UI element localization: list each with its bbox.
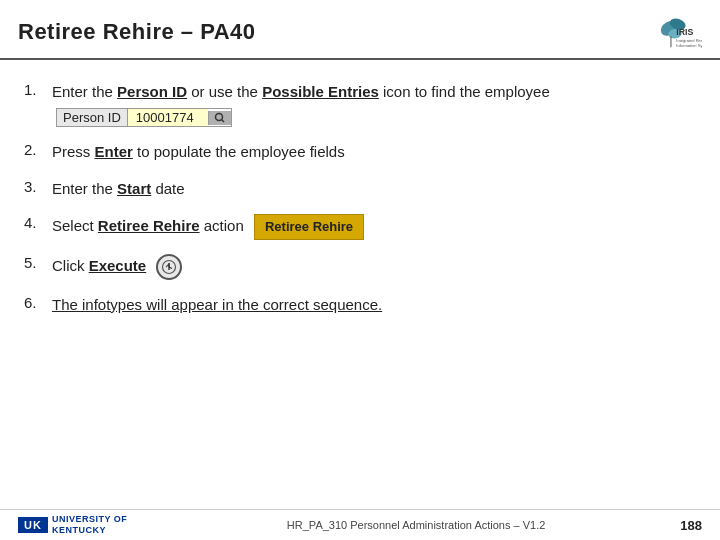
step-5-text: Click Execute bbox=[52, 254, 182, 280]
step-2-text: Press Enter to populate the employee fie… bbox=[52, 141, 345, 164]
person-id-bold: Person ID bbox=[117, 83, 187, 100]
footer-center-text: HR_PA_310 Personnel Administration Actio… bbox=[152, 519, 680, 531]
person-id-search-button[interactable] bbox=[208, 111, 231, 125]
step-6: 6. The infotypes will appear in the corr… bbox=[24, 287, 696, 324]
svg-point-7 bbox=[215, 113, 222, 120]
iris-logo: IRIS Integrated Resource Information Sys… bbox=[648, 12, 702, 52]
step-6-text: The infotypes will appear in the correct… bbox=[52, 294, 382, 317]
step-2: 2. Press Enter to populate the employee … bbox=[24, 134, 696, 171]
step-1-text: Enter the Person ID or use the Possible … bbox=[52, 81, 550, 104]
uk-logo-box: UK bbox=[18, 517, 48, 533]
step-5-number: 5. bbox=[24, 254, 46, 271]
enter-bold: Enter bbox=[95, 143, 133, 160]
person-id-label: Person ID bbox=[57, 109, 128, 126]
footer-logo: UK UNIVERSITY OF KENTUCKY bbox=[18, 514, 152, 536]
main-content: 1. Enter the Person ID or use the Possib… bbox=[0, 64, 720, 509]
possible-entries-bold: Possible Entries bbox=[262, 83, 379, 100]
step-3-number: 3. bbox=[24, 178, 46, 195]
svg-line-8 bbox=[221, 119, 224, 122]
person-id-field-wrapper: Person ID 10001774 bbox=[52, 108, 550, 128]
step-1: 1. Enter the Person ID or use the Possib… bbox=[24, 74, 696, 134]
retiree-rehire-button[interactable]: Retiree Rehire bbox=[254, 214, 364, 240]
execute-icon[interactable] bbox=[156, 254, 182, 280]
step-4: 4. Select Retiree Rehire action Retiree … bbox=[24, 207, 696, 247]
step-4-text: Select Retiree Rehire action Retiree Reh… bbox=[52, 214, 364, 240]
person-id-value[interactable]: 10001774 bbox=[128, 109, 208, 126]
footer: UK UNIVERSITY OF KENTUCKY HR_PA_310 Pers… bbox=[0, 509, 720, 540]
iris-logo-icon: IRIS Integrated Resource Information Sys… bbox=[648, 12, 702, 52]
step-2-number: 2. bbox=[24, 141, 46, 158]
step-4-number: 4. bbox=[24, 214, 46, 231]
search-icon bbox=[214, 112, 226, 124]
step-3: 3. Enter the Start date bbox=[24, 171, 696, 208]
start-bold: Start bbox=[117, 180, 151, 197]
header: Retiree Rehire – PA40 IRIS Integrated Re… bbox=[0, 0, 720, 60]
footer-page-number: 188 bbox=[680, 518, 702, 533]
person-id-field[interactable]: Person ID 10001774 bbox=[56, 108, 232, 127]
execute-svg bbox=[161, 259, 177, 275]
step-1-content: Enter the Person ID or use the Possible … bbox=[52, 81, 550, 127]
step-1-number: 1. bbox=[24, 81, 46, 98]
page-container: Retiree Rehire – PA40 IRIS Integrated Re… bbox=[0, 0, 720, 540]
retiree-rehire-bold: Retiree Rehire bbox=[98, 217, 200, 234]
execute-bold: Execute bbox=[89, 257, 147, 274]
step-3-text: Enter the Start date bbox=[52, 178, 185, 201]
step-5: 5. Click Execute bbox=[24, 247, 696, 287]
svg-text:IRIS: IRIS bbox=[676, 27, 693, 37]
svg-text:Information System: Information System bbox=[676, 43, 702, 48]
step-6-number: 6. bbox=[24, 294, 46, 311]
uk-logo-text: UNIVERSITY OF KENTUCKY bbox=[52, 514, 152, 536]
page-title: Retiree Rehire – PA40 bbox=[18, 19, 256, 45]
